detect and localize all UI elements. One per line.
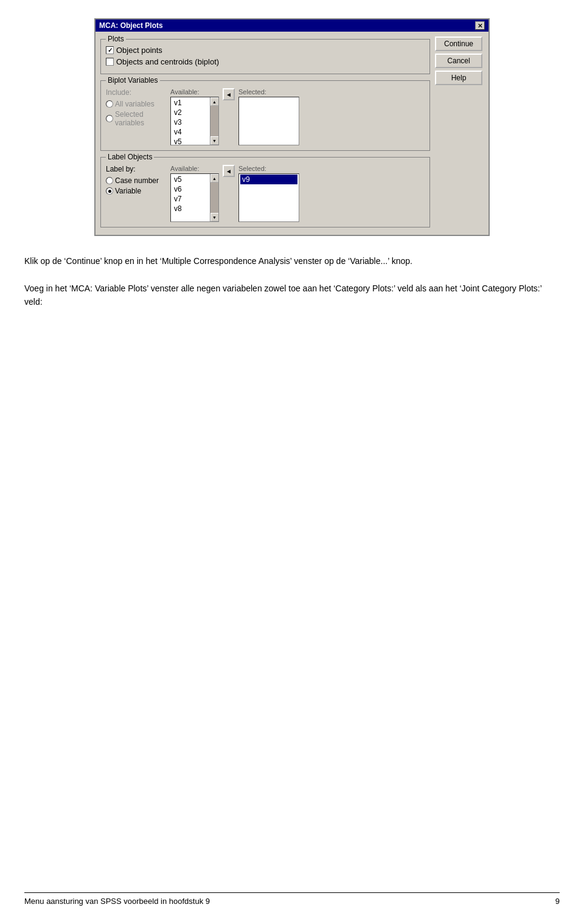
objects-centroids-label: Objects and centroids (biplot) bbox=[116, 57, 219, 66]
biplot-available-listbox[interactable]: v1 v2 v3 v4 v5 v6 ▲ ▼ bbox=[170, 97, 219, 145]
objects-centroids-row: ✓ Objects and centroids (biplot) bbox=[106, 57, 425, 66]
object-points-label: Object points bbox=[116, 46, 162, 55]
label-available-panel: Available: v5 v6 v7 v8 ▲ bbox=[170, 165, 219, 222]
label-by-label: Label by: bbox=[106, 165, 167, 173]
label-objects-group-label: Label Objects bbox=[106, 153, 154, 161]
plots-group-label: Plots bbox=[106, 35, 126, 43]
biplot-group-label: Biplot Variables bbox=[106, 76, 160, 85]
variable-label: Variable bbox=[115, 187, 141, 195]
all-variables-row: All variables bbox=[106, 100, 167, 108]
biplot-transfer-button[interactable]: ◄ bbox=[223, 88, 235, 100]
include-panel: Include: All variables Selected variable… bbox=[106, 88, 167, 127]
object-points-check: ✓ bbox=[108, 47, 113, 54]
label-available-label: Available: bbox=[170, 165, 219, 172]
label-selected-panel: Selected: v9 bbox=[238, 165, 299, 222]
biplot-available-label: Available: bbox=[170, 88, 219, 96]
label-available-listbox[interactable]: v5 v6 v7 v8 ▲ ▼ bbox=[170, 173, 219, 222]
dialog-buttons-panel: Continue Cancel Help bbox=[435, 36, 484, 230]
page-footer: Menu aansturing van SPSS voorbeeld in ho… bbox=[24, 892, 560, 906]
label-selected-content: v9 bbox=[239, 174, 299, 185]
variable-radio-dot bbox=[108, 190, 111, 193]
biplot-available-panel: Available: v1 v2 v3 v4 v5 v6 bbox=[170, 88, 219, 145]
help-button[interactable]: Help bbox=[435, 71, 482, 85]
label-transfer-button[interactable]: ◄ bbox=[223, 165, 235, 177]
object-points-checkbox[interactable]: ✓ bbox=[106, 46, 114, 54]
scroll-track bbox=[210, 106, 219, 136]
cancel-button[interactable]: Cancel bbox=[435, 54, 482, 68]
paragraph-2: Voeg in het ‘MCA: Variable Plots’ venste… bbox=[24, 282, 560, 309]
label-selected-listbox[interactable]: v9 bbox=[238, 173, 299, 222]
label-by-panel: Label by: Case number Variable bbox=[106, 165, 167, 195]
scroll-up-btn[interactable]: ▲ bbox=[210, 97, 219, 106]
include-label: Include: bbox=[106, 88, 167, 97]
case-number-label: Case number bbox=[115, 176, 159, 185]
scroll-up-btn[interactable]: ▲ bbox=[210, 174, 219, 182]
footer-right: 9 bbox=[555, 897, 560, 906]
paragraph-1: Klik op de ‘Continue’ knop en in het ‘Mu… bbox=[24, 254, 560, 268]
scroll-down-btn[interactable]: ▼ bbox=[210, 213, 219, 221]
scroll-track bbox=[210, 182, 219, 213]
variable-radio[interactable] bbox=[106, 187, 113, 195]
scroll-down-btn[interactable]: ▼ bbox=[210, 136, 219, 145]
biplot-available-scrollbar[interactable]: ▲ ▼ bbox=[210, 97, 218, 145]
biplot-selected-listbox[interactable] bbox=[238, 97, 299, 145]
selected-variables-row: Selected variables bbox=[106, 110, 167, 127]
label-objects-group: Label Objects Label by: Case number bbox=[100, 157, 430, 228]
variable-row: Variable bbox=[106, 187, 167, 195]
all-variables-label: All variables bbox=[115, 100, 155, 108]
mca-object-plots-dialog: MCA: Object Plots ✕ Plots ✓ Object point… bbox=[94, 18, 490, 236]
biplot-variables-group: Biplot Variables Include: All variables bbox=[100, 80, 430, 151]
objects-centroids-checkbox[interactable]: ✓ bbox=[106, 58, 114, 66]
biplot-selected-label: Selected: bbox=[238, 88, 299, 96]
all-variables-radio[interactable] bbox=[106, 100, 113, 108]
object-points-row: ✓ Object points bbox=[106, 46, 425, 55]
case-number-row: Case number bbox=[106, 176, 167, 185]
continue-button[interactable]: Continue bbox=[435, 36, 482, 51]
close-button[interactable]: ✕ bbox=[475, 21, 485, 30]
dialog-titlebar: MCA: Object Plots ✕ bbox=[96, 19, 488, 32]
body-text: Klik op de ‘Continue’ knop en in het ‘Mu… bbox=[24, 254, 560, 309]
label-selected-label: Selected: bbox=[238, 165, 299, 172]
selected-variables-label: Selected variables bbox=[115, 110, 167, 127]
biplot-selected-panel: Selected: bbox=[238, 88, 299, 145]
list-item-v9[interactable]: v9 bbox=[240, 175, 297, 184]
plots-group: Plots ✓ Object points ✓ Objects and cent… bbox=[100, 39, 430, 74]
footer-left: Menu aansturing van SPSS voorbeeld in ho… bbox=[24, 897, 210, 906]
dialog-title: MCA: Object Plots bbox=[99, 21, 163, 30]
selected-variables-radio[interactable] bbox=[106, 115, 113, 122]
label-available-scrollbar[interactable]: ▲ ▼ bbox=[210, 174, 218, 221]
case-number-radio[interactable] bbox=[106, 177, 113, 184]
